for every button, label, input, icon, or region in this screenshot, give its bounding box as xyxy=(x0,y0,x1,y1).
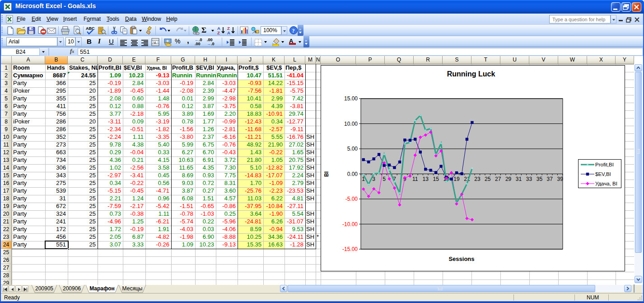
svg-text:Running Luck: Running Luck xyxy=(447,70,495,78)
svg-text:15: 15 xyxy=(433,176,439,182)
svg-text:BI: BI xyxy=(323,171,330,177)
svg-text:Z: Z xyxy=(217,30,220,35)
svg-text:37: 37 xyxy=(547,176,553,182)
svg-text:31: 31 xyxy=(516,176,522,182)
svg-text:19: 19 xyxy=(453,176,460,182)
svg-text:-10.00: -10.00 xyxy=(342,221,358,227)
svg-text:39: 39 xyxy=(557,176,564,182)
svg-text:-15.00: -15.00 xyxy=(342,246,358,252)
svg-text:0.00: 0.00 xyxy=(347,171,358,177)
svg-text:5: 5 xyxy=(383,176,386,182)
svg-text:Sessions: Sessions xyxy=(448,256,474,262)
svg-text:a: a xyxy=(154,40,156,44)
svg-text:35: 35 xyxy=(537,176,543,182)
svg-text:?: ? xyxy=(292,28,295,34)
svg-text:15.00: 15.00 xyxy=(344,95,358,102)
svg-text:13: 13 xyxy=(423,176,429,182)
svg-text:5.00: 5.00 xyxy=(347,146,358,152)
svg-text:-5.00: -5.00 xyxy=(345,196,358,202)
svg-text:Удача, BI: Удача, BI xyxy=(595,181,617,186)
svg-text:A: A xyxy=(227,30,230,35)
svg-text:$EV,BI: $EV,BI xyxy=(595,171,611,177)
svg-text:11: 11 xyxy=(412,176,418,182)
svg-text:ABC: ABC xyxy=(86,26,95,31)
svg-text:27: 27 xyxy=(495,176,501,182)
svg-text:33: 33 xyxy=(526,176,532,182)
svg-text:Profit,BI: Profit,BI xyxy=(595,162,614,167)
svg-text:10.00: 10.00 xyxy=(344,121,358,127)
svg-text:25: 25 xyxy=(485,176,491,182)
svg-text:29: 29 xyxy=(505,176,512,182)
svg-text:23: 23 xyxy=(474,176,481,182)
